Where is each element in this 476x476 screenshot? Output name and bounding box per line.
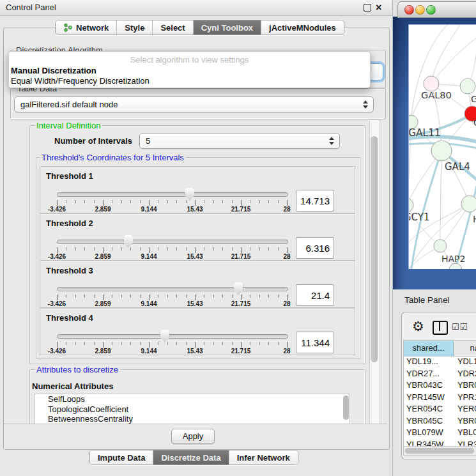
float-window-icon[interactable]: [364, 4, 371, 12]
threshold-2-value-input[interactable]: [296, 237, 334, 259]
cell[interactable]: YBR0: [457, 380, 476, 392]
cell[interactable]: YDR2: [457, 369, 476, 381]
table-row[interactable]: YDL19...YDL1: [404, 357, 476, 369]
cell[interactable]: YBR045C: [404, 416, 457, 428]
node-ga[interactable]: [460, 79, 475, 94]
tab-discretize-data-label: Discretize Data: [161, 453, 220, 463]
threshold-1-value-input[interactable]: [296, 190, 334, 211]
tab-style[interactable]: Style: [116, 20, 152, 35]
tick-label: 15.43: [187, 300, 203, 307]
table-row[interactable]: YER054CYER0: [404, 404, 476, 416]
tab-select[interactable]: Select: [152, 20, 192, 35]
tick-label: 21.715: [231, 348, 251, 355]
slider-track[interactable]: [57, 287, 288, 291]
split-view-icon[interactable]: [433, 321, 448, 335]
tick-label: 15.43: [187, 253, 203, 260]
node-hap2[interactable]: [434, 240, 447, 252]
list-item[interactable]: BetweennessCentrality: [35, 414, 349, 424]
close-icon[interactable]: ×: [376, 1, 381, 15]
cell[interactable]: YBL079W: [404, 427, 457, 440]
dropdown-placeholder-option[interactable]: Select algorithm to view settings: [9, 55, 370, 65]
dropdown-option-manual-discretization[interactable]: Manual Discretization: [11, 66, 96, 75]
network-canvas[interactable]: GAL80 GA C GAL11 GAL4 GCY1 H HAP2: [408, 24, 476, 269]
slider-thumb[interactable]: [185, 188, 194, 201]
node-gcy1[interactable]: [409, 198, 413, 212]
threshold-4-slider[interactable]: -3.426 2.859 9.144 15.43 21.715 28: [57, 332, 287, 355]
node-gal80[interactable]: [424, 76, 439, 91]
node-partial[interactable]: [449, 263, 462, 269]
tab-infer-network[interactable]: Infer Network: [229, 450, 298, 464]
list-scrollbar-thumb[interactable]: [343, 395, 349, 420]
cell[interactable]: YER0: [457, 404, 476, 416]
cell[interactable]: YDL1: [457, 357, 476, 369]
table-horizontal-scrollbar[interactable]: [404, 446, 476, 455]
table-row[interactable]: YPR145WYPR1: [404, 392, 476, 404]
tab-discretize-data[interactable]: Discretize Data: [153, 450, 228, 464]
cell[interactable]: YER054C: [404, 404, 457, 416]
control-panel-title: Control Panel: [6, 3, 56, 12]
network-graph: GAL80 GA C GAL11 GAL4 GCY1 H HAP2: [409, 25, 476, 269]
tab-jactivemnodules[interactable]: jActiveMNodules: [261, 20, 344, 35]
select-columns-icon[interactable]: ☑☑: [452, 322, 468, 332]
cell[interactable]: YDL19...: [404, 357, 457, 369]
list-item[interactable]: SelfLoops: [35, 394, 349, 404]
tick-label: 9.144: [141, 206, 157, 213]
threshold-3-slider[interactable]: -3.426 2.859 9.144 15.43 21.715 28: [57, 284, 287, 307]
cell[interactable]: YBL0: [457, 427, 476, 440]
threshold-2-slider[interactable]: -3.426 2.859 9.144 15.43 21.715 28: [57, 237, 287, 260]
table-data-combo-value: galFiltered.sif default node: [20, 100, 118, 109]
tab-cyni-toolbox-label: Cyni Toolbox: [201, 23, 253, 33]
tick-label: 9.144: [141, 253, 157, 260]
slider-thumb[interactable]: [123, 235, 133, 248]
bottom-tabs: Impute Data Discretize Data Infer Networ…: [89, 450, 298, 465]
slider-thumb[interactable]: [234, 282, 243, 295]
tab-network[interactable]: Network: [56, 20, 116, 35]
content-scrollbar-thumb[interactable]: [371, 136, 378, 362]
threshold-1-slider[interactable]: -3.426 2.859 9.144 15.43 21.715 28: [57, 190, 287, 213]
cell[interactable]: YBR0: [457, 416, 476, 428]
apply-button[interactable]: Apply: [171, 429, 215, 444]
table-row[interactable]: YDR27...YDR2: [404, 369, 476, 381]
threshold-4-label: Threshold 4: [46, 313, 93, 323]
node-gal4[interactable]: [431, 141, 452, 161]
column-header-name[interactable]: na: [454, 341, 476, 356]
table-row[interactable]: YBL079WYBL0: [404, 427, 476, 440]
tick-label: 15.43: [187, 348, 203, 355]
slider-track[interactable]: [57, 192, 288, 197]
close-traffic-light-icon[interactable]: [404, 5, 414, 15]
tick-label: -3.426: [48, 300, 66, 307]
gear-icon[interactable]: ⚙: [412, 319, 424, 334]
network-window-titlebar[interactable]: [397, 1, 476, 18]
minimize-traffic-light-icon[interactable]: [415, 5, 425, 15]
table-panel: ⚙ ☑☑ shared... na YDL19...YDL1 YDR27...Y…: [401, 312, 476, 459]
table-data-combo[interactable]: galFiltered.sif default node: [14, 96, 374, 112]
list-item[interactable]: TopologicalCoefficient: [35, 404, 349, 415]
slider-track[interactable]: [57, 334, 288, 339]
apply-strip: Apply: [4, 424, 388, 449]
slider-track[interactable]: [57, 240, 288, 244]
column-header-shared-name[interactable]: shared...: [404, 341, 454, 356]
slider-thumb[interactable]: [160, 330, 170, 342]
cell[interactable]: YDR27...: [404, 369, 457, 381]
threshold-4-value-input[interactable]: [296, 332, 334, 353]
tab-impute-data[interactable]: Impute Data: [90, 450, 153, 464]
control-panel-titlebar: Control Panel ×: [0, 0, 392, 16]
tick-label: 28: [283, 348, 290, 355]
threshold-2-label: Threshold 2: [46, 219, 93, 228]
number-of-intervals-combo[interactable]: 5: [139, 133, 340, 149]
node-label: GAL11: [409, 127, 441, 139]
node-h[interactable]: [461, 196, 476, 212]
table-row[interactable]: YBR043CYBR0: [404, 380, 476, 392]
numerical-attributes-list[interactable]: SelfLoops TopologicalCoefficient Between…: [35, 394, 350, 425]
tab-cyni-toolbox[interactable]: Cyni Toolbox: [193, 20, 261, 35]
cell[interactable]: YPR1: [457, 392, 476, 404]
table-row[interactable]: YBR045CYBR0: [404, 416, 476, 428]
cell[interactable]: YPR145W: [404, 392, 457, 404]
threshold-3-value-input[interactable]: [296, 284, 334, 306]
cell[interactable]: YBR043C: [404, 380, 457, 392]
zoom-traffic-light-icon[interactable]: [426, 5, 436, 15]
table-horizontal-scrollbar-thumb[interactable]: [405, 448, 474, 454]
tick-label: 15.43: [187, 206, 203, 213]
content-scrollbar[interactable]: [369, 119, 380, 424]
dropdown-option-equal-width-frequency[interactable]: Equal Width/Frequency Discretization: [11, 76, 150, 86]
